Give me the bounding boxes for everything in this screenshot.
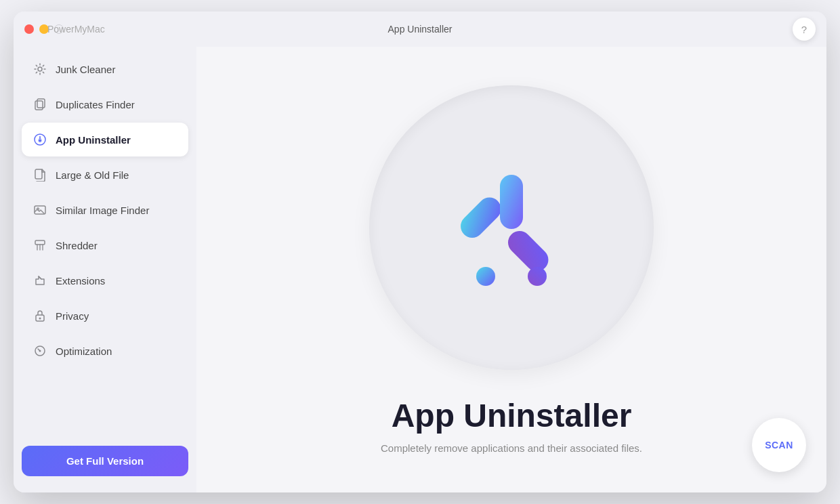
svg-point-15	[476, 267, 495, 286]
app-uninstaller-hero-icon	[437, 153, 586, 302]
sidebar-item-similar-image-finder[interactable]: Similar Image Finder	[22, 193, 188, 227]
svg-rect-5	[35, 169, 42, 179]
sidebar-item-duplicates-finder[interactable]: Duplicates Finder	[22, 87, 188, 121]
gear-icon	[33, 62, 47, 77]
shredder-icon	[33, 238, 47, 253]
window-title: App Uninstaller	[388, 24, 453, 35]
sidebar-item-optimization[interactable]: Optimization	[22, 334, 188, 368]
image-icon	[33, 203, 47, 217]
sidebar-item-large-old-file[interactable]: Large & Old File	[22, 158, 188, 192]
sidebar-label-extensions: Extensions	[56, 275, 105, 287]
hero-title: App Uninstaller	[392, 397, 632, 434]
sidebar-item-extensions[interactable]: Extensions	[22, 264, 188, 297]
sidebar: Junk Cleaner Duplicates Finder	[14, 47, 196, 492]
svg-point-11	[39, 350, 41, 352]
main-panel: App Uninstaller Completely remove applic…	[196, 47, 826, 492]
svg-rect-1	[35, 101, 43, 110]
titlebar: PowerMyMac App Uninstaller ?	[14, 12, 826, 47]
sidebar-item-app-uninstaller[interactable]: App Uninstaller	[22, 123, 188, 156]
svg-point-10	[39, 318, 41, 320]
privacy-icon	[33, 308, 47, 323]
sidebar-item-privacy[interactable]: Privacy	[22, 299, 188, 333]
file-icon	[33, 167, 47, 182]
scan-button[interactable]: SCAN	[752, 418, 806, 472]
main-window: PowerMyMac App Uninstaller ? Junk Cleane…	[14, 12, 826, 492]
duplicates-icon	[33, 97, 47, 112]
sidebar-label-junk-cleaner: Junk Cleaner	[56, 64, 115, 75]
sidebar-label-privacy: Privacy	[56, 310, 89, 322]
get-full-version-button[interactable]: Get Full Version	[22, 446, 188, 476]
sidebar-label-shredder: Shredder	[56, 240, 98, 251]
svg-point-4	[39, 140, 41, 142]
extensions-icon	[33, 273, 47, 288]
sidebar-label-similar-image-finder: Similar Image Finder	[56, 205, 149, 216]
sidebar-label-optimization: Optimization	[56, 345, 112, 357]
hero-circle	[369, 85, 654, 370]
sidebar-label-duplicates-finder: Duplicates Finder	[56, 99, 135, 110]
svg-rect-13	[503, 226, 553, 276]
close-button[interactable]	[24, 24, 34, 34]
help-button[interactable]: ?	[793, 18, 816, 41]
app-uninstaller-icon	[33, 132, 47, 147]
sidebar-item-junk-cleaner[interactable]: Junk Cleaner	[22, 52, 188, 86]
sidebar-label-app-uninstaller: App Uninstaller	[56, 134, 131, 146]
svg-rect-14	[500, 175, 523, 229]
svg-rect-12	[456, 193, 506, 243]
main-content: Junk Cleaner Duplicates Finder	[14, 47, 826, 492]
svg-point-16	[528, 267, 547, 286]
optimization-icon	[33, 343, 47, 358]
svg-rect-8	[35, 240, 45, 245]
svg-point-0	[38, 67, 42, 71]
app-name-label: PowerMyMac	[47, 24, 105, 35]
svg-rect-2	[37, 99, 45, 108]
hero-subtitle: Completely remove applications and their…	[381, 442, 642, 454]
sidebar-item-shredder[interactable]: Shredder	[22, 228, 188, 262]
sidebar-label-large-old-file: Large & Old File	[56, 169, 129, 181]
